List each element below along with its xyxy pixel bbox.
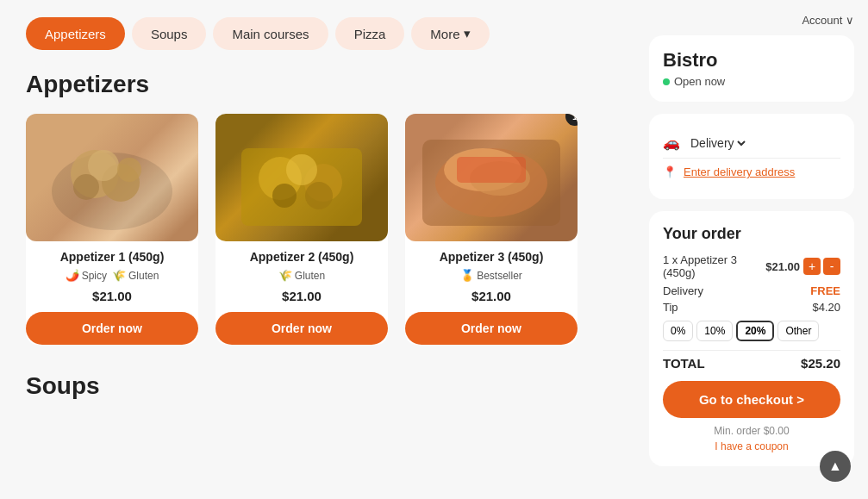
- tip-amount: $4.20: [812, 301, 840, 314]
- address-row: 📍 Enter delivery address: [663, 159, 840, 185]
- order-button-3[interactable]: Order now: [405, 312, 578, 345]
- qty-plus-button[interactable]: +: [803, 258, 821, 275]
- restaurant-name: Bistro: [663, 49, 840, 72]
- tip-other-button[interactable]: Other: [777, 321, 819, 341]
- tag-bestseller: 🏅 Bestseller: [460, 269, 522, 282]
- order-item-label: 1 x Appetizer 3 (450g): [663, 253, 765, 279]
- total-amount: $25.20: [801, 356, 840, 371]
- svg-point-9: [286, 154, 317, 185]
- tip-20-button[interactable]: 20%: [736, 321, 774, 341]
- svg-rect-16: [457, 157, 526, 183]
- delivery-cost: FREE: [810, 284, 840, 297]
- address-link[interactable]: Enter delivery address: [684, 165, 795, 178]
- open-status: Open now: [663, 75, 840, 88]
- order-item-price: $21.00: [765, 260, 800, 273]
- product-price-1: $21.00: [26, 289, 198, 303]
- product-tags-2: 🌾 Gluten: [215, 269, 388, 282]
- bestseller-icon: 🏅: [460, 269, 474, 282]
- delivery-row: 🚗 Delivery: [663, 128, 840, 159]
- soups-heading: Soups: [26, 372, 609, 400]
- scroll-top-button[interactable]: ▲: [820, 451, 851, 482]
- tab-more[interactable]: More ▾: [411, 17, 489, 50]
- gluten-icon-2: 🌾: [278, 269, 292, 282]
- svg-point-4: [73, 174, 99, 200]
- order-card: Your order 1 x Appetizer 3 (450g) $21.00…: [649, 211, 854, 466]
- product-name-3: Appetizer 3 (450g): [405, 250, 578, 264]
- product-tags-3: 🏅 Bestseller: [405, 269, 578, 282]
- product-image-1: [26, 114, 198, 241]
- order-item-line: 1 x Appetizer 3 (450g) $21.00 + -: [663, 253, 840, 279]
- main-content: Appetizers Soups Main courses Pizza More…: [0, 0, 635, 499]
- product-grid: Appetizer 1 (450g) 🌶️ Spicy 🌾 Gluten $21…: [26, 114, 609, 345]
- svg-point-11: [305, 182, 333, 209]
- product-image-3: 1: [405, 114, 578, 241]
- tag-gluten-2: 🌾 Gluten: [278, 269, 325, 282]
- product-name-2: Appetizer 2 (450g): [215, 250, 388, 264]
- total-row: TOTAL $25.20: [663, 350, 840, 371]
- checkout-button[interactable]: Go to checkout >: [663, 381, 840, 418]
- product-name-1: Appetizer 1 (450g): [26, 250, 198, 264]
- tip-label: Tip: [663, 301, 678, 314]
- delivery-cost-row: Delivery FREE: [663, 284, 840, 297]
- appetizers-heading: Appetizers: [26, 71, 609, 98]
- coupon-link[interactable]: I have a coupon: [663, 440, 840, 452]
- delivery-label: Delivery: [663, 284, 703, 297]
- tip-row: Tip $4.20: [663, 301, 840, 314]
- qty-controls: + -: [803, 258, 840, 275]
- product-card-1: Appetizer 1 (450g) 🌶️ Spicy 🌾 Gluten $21…: [26, 114, 198, 345]
- tab-soups[interactable]: Soups: [132, 17, 207, 50]
- category-nav: Appetizers Soups Main courses Pizza More…: [26, 17, 609, 50]
- tip-options: 0% 10% 20% Other: [663, 321, 840, 341]
- order-button-2[interactable]: Order now: [215, 312, 388, 345]
- total-label: TOTAL: [663, 356, 705, 371]
- product-price-2: $21.00: [215, 289, 388, 303]
- tab-pizza[interactable]: Pizza: [335, 17, 405, 50]
- tab-appetizers[interactable]: Appetizers: [26, 17, 125, 50]
- delivery-card: 🚗 Delivery 📍 Enter delivery address: [649, 114, 854, 199]
- tip-0-button[interactable]: 0%: [663, 321, 693, 341]
- open-dot: [663, 78, 670, 85]
- tag-gluten: 🌾 Gluten: [112, 269, 159, 282]
- gluten-icon: 🌾: [112, 269, 126, 282]
- tag-spicy: 🌶️ Spicy: [66, 269, 107, 282]
- restaurant-info-card: Bistro Open now: [649, 35, 854, 102]
- product-card-2: Appetizer 2 (450g) 🌾 Gluten $21.00 Order…: [215, 114, 388, 345]
- svg-point-10: [272, 184, 297, 208]
- account-menu[interactable]: Account ∨: [649, 14, 854, 27]
- product-price-3: $21.00: [405, 289, 578, 303]
- location-icon: 📍: [663, 165, 677, 178]
- svg-point-5: [117, 158, 141, 182]
- your-order-title: Your order: [663, 225, 840, 243]
- qty-minus-button[interactable]: -: [823, 258, 840, 275]
- spicy-icon: 🌶️: [66, 269, 79, 282]
- car-icon: 🚗: [663, 134, 680, 151]
- min-order-text: Min. order $0.00: [663, 425, 840, 437]
- product-card-3: 1 Appetizer 3 (450g) 🏅 Bestseller $21.00…: [405, 114, 578, 345]
- product-image-2: [215, 114, 388, 241]
- tip-10-button[interactable]: 10%: [696, 321, 733, 341]
- sidebar: Account ∨ Bistro Open now 🚗 Delivery 📍 E…: [635, 0, 868, 499]
- order-button-1[interactable]: Order now: [26, 312, 198, 345]
- chevron-down-icon: ▾: [464, 26, 471, 41]
- tab-main-courses[interactable]: Main courses: [213, 17, 328, 50]
- delivery-select[interactable]: Delivery: [687, 135, 748, 151]
- product-tags-1: 🌶️ Spicy 🌾 Gluten: [26, 269, 198, 282]
